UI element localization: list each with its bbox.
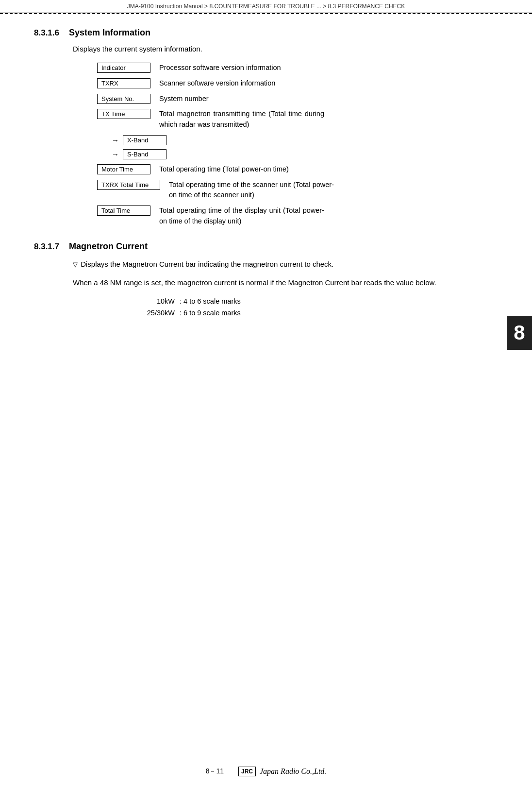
section-831-6-heading: 8.3.1.6 System Information bbox=[34, 28, 498, 38]
scale-row-25-30kw: 25/30kW : 6 to 9 scale marks bbox=[131, 309, 498, 317]
arrow-sband: → bbox=[112, 150, 119, 158]
info-row-system-no: System No. System number bbox=[97, 94, 498, 104]
info-table-2: Motor Time Total operating time (Total p… bbox=[97, 164, 498, 227]
info-row-motor-time: Motor Time Total operating time (Total p… bbox=[97, 164, 498, 175]
main-content: 8.3.1.6 System Information Displays the … bbox=[0, 14, 532, 341]
scale-label-10kw: 10kW bbox=[131, 297, 175, 305]
section-831-6-intro: Displays the current system information. bbox=[73, 45, 498, 53]
desc-indicator: Processor software version information bbox=[159, 63, 281, 73]
scale-value-10kw: : 4 to 6 scale marks bbox=[180, 297, 241, 305]
magnetron-note: ▽ Displays the Magnetron Current bar ind… bbox=[73, 258, 498, 270]
sub-rows: → X-Band → S-Band bbox=[112, 135, 498, 159]
label-motor-time: Motor Time bbox=[97, 164, 150, 174]
note-text: Displays the Magnetron Current bar indic… bbox=[81, 260, 333, 268]
label-xband: X-Band bbox=[123, 135, 166, 145]
page-header: JMA-9100 Instruction Manual > 8.COUNTERM… bbox=[0, 0, 532, 13]
arrow-xband: → bbox=[112, 136, 119, 144]
section-831-7-body: ▽ Displays the Magnetron Current bar ind… bbox=[73, 258, 498, 317]
footer-logo: JRC Japan Radio Co.,Ltd. bbox=[238, 767, 326, 776]
note-icon: ▽ bbox=[73, 261, 78, 268]
info-table: Indicator Processor software version inf… bbox=[97, 63, 498, 130]
info-row-txrx-total: TXRX Total Time Total operating time of … bbox=[97, 180, 498, 201]
info-row-indicator: Indicator Processor software version inf… bbox=[97, 63, 498, 73]
section-831-7-heading: 8.3.1.7 Magnetron Current bbox=[34, 241, 498, 252]
section-831-6-title: System Information bbox=[69, 28, 150, 38]
header-text: JMA-9100 Instruction Manual > 8.COUNTERM… bbox=[127, 3, 405, 10]
label-system-no: System No. bbox=[97, 94, 150, 104]
desc-txrx: Scanner software version information bbox=[159, 78, 275, 89]
desc-motor-time: Total operating time (Total power-on tim… bbox=[159, 164, 289, 175]
desc-total-time: Total operating time of the display unit… bbox=[159, 205, 324, 227]
info-row-tx-time: TX Time Total magnetron transmitting tim… bbox=[97, 109, 498, 130]
page-number: 8－11 bbox=[206, 767, 224, 776]
info-row-total-time: Total Time Total operating time of the d… bbox=[97, 205, 498, 227]
chapter-box: 8 bbox=[507, 316, 532, 350]
chapter-number: 8 bbox=[514, 321, 525, 344]
label-indicator: Indicator bbox=[97, 63, 150, 73]
magnetron-body: When a 48 NM range is set, the magnetron… bbox=[73, 277, 498, 289]
label-sband: S-Band bbox=[123, 149, 166, 159]
jrc-logo: JRC bbox=[238, 767, 256, 776]
scale-table: 10kW : 4 to 6 scale marks 25/30kW : 6 to… bbox=[131, 297, 498, 317]
scale-value-25-30kw: : 6 to 9 scale marks bbox=[180, 309, 241, 317]
sub-row-sband: → S-Band bbox=[112, 149, 498, 159]
desc-system-no: System number bbox=[159, 94, 209, 104]
sub-row-xband: → X-Band bbox=[112, 135, 498, 145]
page-footer: 8－11 JRC Japan Radio Co.,Ltd. bbox=[0, 767, 532, 776]
section-831-6-number: 8.3.1.6 bbox=[34, 28, 59, 38]
scale-row-10kw: 10kW : 4 to 6 scale marks bbox=[131, 297, 498, 305]
desc-tx-time: Total magnetron transmitting time (Total… bbox=[159, 109, 324, 130]
section-831-7-number: 8.3.1.7 bbox=[34, 242, 59, 252]
label-tx-time: TX Time bbox=[97, 109, 150, 119]
label-txrx: TXRX bbox=[97, 78, 150, 88]
scale-label-25-30kw: 25/30kW bbox=[131, 309, 175, 317]
label-total-time: Total Time bbox=[97, 205, 150, 216]
section-831-7-title: Magnetron Current bbox=[69, 241, 148, 252]
label-txrx-total: TXRX Total Time bbox=[97, 180, 160, 190]
desc-txrx-total: Total operating time of the scanner unit… bbox=[169, 180, 334, 201]
info-row-txrx: TXRX Scanner software version informatio… bbox=[97, 78, 498, 89]
company-name: Japan Radio Co.,Ltd. bbox=[260, 767, 326, 776]
